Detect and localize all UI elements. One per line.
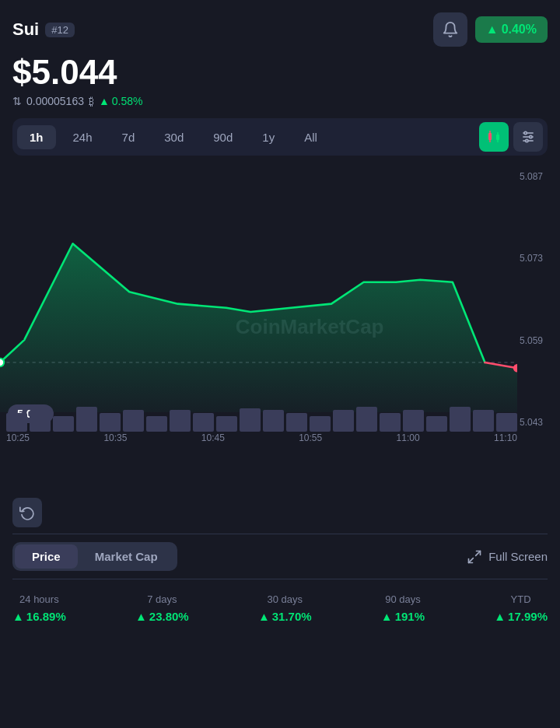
- y-label-1: 5.087: [520, 171, 558, 182]
- fullscreen-icon: [467, 549, 482, 565]
- btc-change: ▲ 0.58%: [99, 95, 143, 107]
- current-price: $5.044: [12, 53, 548, 92]
- stat-change: ▲ 16.89%: [12, 610, 66, 623]
- volume-bar: [426, 416, 447, 432]
- svg-point-11: [526, 139, 528, 142]
- tf-1y[interactable]: 1y: [250, 125, 287, 149]
- coin-rank: #12: [45, 23, 75, 37]
- stat-period: 7 days: [147, 593, 177, 605]
- volume-bar: [193, 413, 214, 432]
- volume-bar: [53, 416, 74, 432]
- x-label-5: 11:00: [397, 432, 420, 443]
- volume-bar: [473, 410, 494, 432]
- stat-item: YTD ▲ 17.99%: [494, 593, 548, 623]
- stat-change: ▲ 31.70%: [258, 610, 312, 623]
- chart-tabs-row: Price Market Cap Full Screen: [0, 534, 560, 579]
- coin-name: Sui: [12, 19, 39, 40]
- btc-symbol: ₿: [89, 95, 94, 107]
- volume-bar: [123, 410, 144, 432]
- volume-bar: [100, 413, 121, 432]
- stats-row: 24 hours ▲ 16.89% 7 days ▲ 23.80% 30 day…: [0, 579, 560, 637]
- history-button[interactable]: [12, 498, 42, 527]
- tab-price[interactable]: Price: [15, 544, 78, 569]
- svg-point-13: [0, 359, 4, 366]
- x-label-6: 11:10: [494, 432, 517, 443]
- stat-item: 24 hours ▲ 16.89%: [12, 593, 66, 623]
- svg-line-16: [469, 558, 474, 562]
- volume-bar: [310, 416, 331, 432]
- chart-type-tabs: Price Market Cap: [12, 542, 177, 571]
- svg-rect-3: [496, 135, 499, 140]
- price-change-badge: ▲ 0.40%: [475, 16, 548, 43]
- x-label-3: 10:45: [201, 432, 225, 443]
- tf-30d[interactable]: 30d: [152, 125, 196, 149]
- up-arrow-icon: ▲: [486, 23, 499, 37]
- volume-bar: [403, 410, 424, 432]
- chart-settings-button[interactable]: [513, 122, 543, 152]
- stat-period: 90 days: [385, 593, 421, 605]
- fullscreen-label: Full Screen: [488, 550, 548, 563]
- svg-point-7: [524, 131, 527, 134]
- svg-point-9: [530, 135, 532, 138]
- chart-line-svg: [0, 163, 517, 412]
- tf-7d[interactable]: 7d: [110, 125, 148, 149]
- volume-bar: [496, 413, 517, 432]
- candle-chart-button[interactable]: [479, 122, 509, 152]
- stat-item: 30 days ▲ 31.70%: [258, 593, 312, 623]
- volume-bar: [356, 407, 377, 432]
- y-label-4: 5.043: [520, 417, 558, 428]
- volume-bars: [6, 401, 517, 432]
- chart-x-axis: 10:25 10:35 10:45 10:55 11:00 11:10: [6, 432, 517, 443]
- volume-bar: [170, 410, 191, 432]
- volume-bar: [146, 416, 167, 432]
- volume-bar: [240, 408, 261, 432]
- tab-marketcap[interactable]: Market Cap: [78, 544, 175, 569]
- stat-period: 24 hours: [19, 593, 59, 605]
- btc-price-row: ⇅ 0.00005163 ₿ ▲ 0.58%: [12, 95, 548, 107]
- btc-up-icon: ▲: [99, 95, 110, 107]
- svg-rect-0: [488, 133, 492, 140]
- stat-period: 30 days: [267, 593, 303, 605]
- timeframe-selector: 1h 24h 7d 30d 90d 1y All: [12, 118, 548, 156]
- y-label-2: 5.073: [520, 253, 558, 264]
- tf-all[interactable]: All: [292, 125, 330, 149]
- fullscreen-button[interactable]: Full Screen: [467, 549, 548, 565]
- stat-period: YTD: [511, 593, 531, 605]
- price-change-value: 0.40%: [502, 23, 537, 37]
- svg-line-15: [476, 551, 481, 555]
- volume-bar: [286, 413, 307, 432]
- volume-bar: [76, 407, 97, 432]
- transfer-icon: ⇅: [12, 95, 22, 107]
- x-label-1: 10:25: [6, 432, 30, 443]
- price-chart[interactable]: CoinMarketCap 5.046 5.087 5.073 5.059 5.…: [0, 163, 560, 490]
- stat-item: 90 days ▲ 191%: [381, 593, 425, 623]
- y-label-3: 5.059: [520, 335, 558, 346]
- volume-bar: [6, 413, 27, 432]
- stat-change: ▲ 191%: [381, 610, 425, 623]
- btc-price: 0.00005163: [26, 95, 84, 107]
- stat-item: 7 days ▲ 23.80%: [135, 593, 189, 623]
- volume-bar: [380, 413, 401, 432]
- volume-bar: [216, 416, 237, 432]
- x-label-4: 10:55: [299, 432, 322, 443]
- volume-bar: [263, 410, 284, 432]
- volume-bar: [450, 407, 471, 432]
- tf-90d[interactable]: 90d: [201, 125, 245, 149]
- tf-24h[interactable]: 24h: [61, 125, 105, 149]
- alert-button[interactable]: [433, 12, 467, 47]
- volume-bar: [30, 410, 51, 432]
- tf-1h[interactable]: 1h: [17, 125, 56, 149]
- volume-bar: [333, 410, 354, 432]
- bottom-controls: [0, 490, 560, 527]
- stat-change: ▲ 17.99%: [494, 610, 548, 623]
- chart-y-axis: 5.087 5.073 5.059 5.043: [520, 163, 560, 490]
- x-label-2: 10:35: [103, 432, 127, 443]
- stat-change: ▲ 23.80%: [135, 610, 189, 623]
